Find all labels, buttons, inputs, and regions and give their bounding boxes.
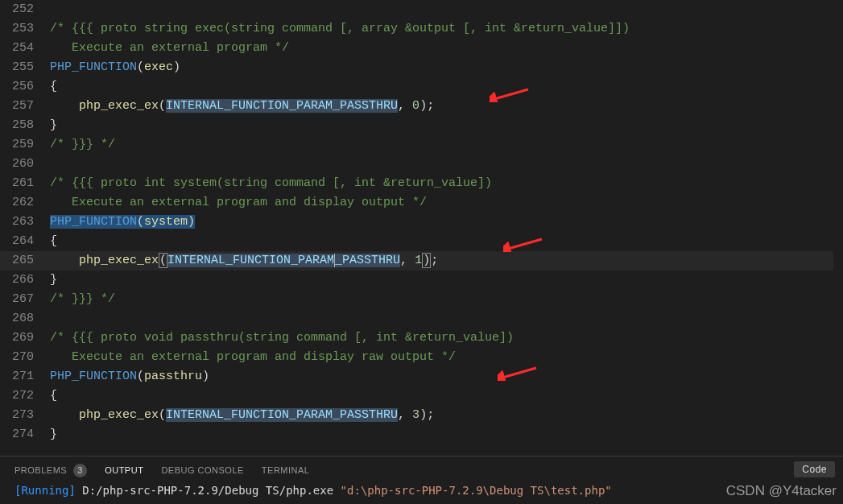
code-line[interactable]: 256{ — [0, 77, 843, 97]
code-content: /* }}} */ — [50, 135, 843, 155]
tab-terminal[interactable]: TERMINAL — [262, 465, 310, 475]
tab-output[interactable]: OUTPUT — [105, 465, 143, 475]
minimap[interactable] — [833, 0, 843, 456]
code-content: { — [50, 232, 843, 251]
code-content: } — [50, 425, 843, 444]
arrow-annotation-icon — [503, 236, 543, 252]
script-arg: "d:\php-src-PHP-7.2.9\Debug_TS\test.php" — [341, 484, 612, 497]
line-number: 256 — [0, 77, 50, 97]
running-tag: [Running] — [14, 484, 82, 497]
line-number: 257 — [0, 97, 50, 116]
code-content: /* {{{ proto void passthru(string comman… — [50, 328, 843, 348]
code-content: PHP_FUNCTION(exec) — [50, 58, 843, 77]
output-channel-chip[interactable]: Code — [794, 461, 835, 477]
code-line[interactable]: 258} — [0, 116, 843, 135]
code-content — [50, 155, 843, 174]
code-content: /* {{{ proto string exec(string command … — [50, 19, 843, 39]
code-line[interactable]: 254 Execute an external program */ — [0, 39, 843, 58]
arrow-annotation-icon — [498, 365, 538, 381]
line-number: 265 — [0, 251, 50, 271]
code-line[interactable]: 257 php_exec_ex(INTERNAL_FUNCTION_PARAM_… — [0, 97, 843, 116]
watermark: CSDN @Y4tacker — [726, 483, 837, 499]
code-content: } — [50, 116, 843, 135]
code-content: { — [50, 386, 843, 406]
line-number: 259 — [0, 135, 50, 155]
code-line[interactable]: 262 Execute an external program and disp… — [0, 193, 843, 213]
line-number: 261 — [0, 174, 50, 193]
code-line[interactable]: 259/* }}} */ — [0, 135, 843, 155]
code-content: } — [50, 271, 843, 290]
code-line[interactable]: 261/* {{{ proto int system(string comman… — [0, 174, 843, 193]
code-content: php_exec_ex(INTERNAL_FUNCTION_PARAM_PASS… — [50, 406, 843, 425]
line-number: 270 — [0, 348, 50, 367]
tab-problems[interactable]: PROBLEMS 3 — [14, 464, 87, 477]
code-line[interactable]: 255PHP_FUNCTION(exec) — [0, 58, 843, 77]
code-line[interactable]: 265 php_exec_ex(INTERNAL_FUNCTION_PARAM_… — [0, 251, 843, 271]
output-content[interactable]: [Running] D:/php-src-PHP-7.2.9/Debug_TS/… — [0, 484, 843, 497]
tab-problems-label: PROBLEMS — [14, 465, 67, 475]
code-content: { — [50, 77, 843, 97]
line-number: 271 — [0, 367, 50, 386]
svg-line-3 — [508, 239, 542, 249]
code-content: Execute an external program and display … — [50, 348, 843, 367]
line-number: 267 — [0, 290, 50, 309]
code-line[interactable]: 263PHP_FUNCTION(system) — [0, 213, 843, 232]
code-line[interactable]: 274} — [0, 425, 843, 444]
code-content: php_exec_ex(INTERNAL_FUNCTION_PARAM_PASS… — [50, 251, 843, 271]
code-content: Execute an external program */ — [50, 39, 843, 58]
code-line[interactable]: 252 — [0, 0, 843, 19]
line-number: 254 — [0, 39, 50, 58]
code-line[interactable]: 260 — [0, 155, 843, 174]
code-line[interactable]: 268 — [0, 309, 843, 328]
code-line[interactable]: 266} — [0, 271, 843, 290]
code-content: /* {{{ proto int system(string command [… — [50, 174, 843, 193]
panel-tabs: PROBLEMS 3 OUTPUT DEBUG CONSOLE TERMINAL… — [0, 456, 843, 484]
line-number: 255 — [0, 58, 50, 77]
line-number: 252 — [0, 0, 50, 19]
tab-debug-console[interactable]: DEBUG CONSOLE — [161, 465, 243, 475]
code-content: /* }}} */ — [50, 290, 843, 309]
code-line[interactable]: 253/* {{{ proto string exec(string comma… — [0, 19, 843, 39]
code-content: PHP_FUNCTION(system) — [50, 213, 843, 232]
line-number: 266 — [0, 271, 50, 290]
line-number: 262 — [0, 193, 50, 213]
line-number: 258 — [0, 116, 50, 135]
line-number: 268 — [0, 309, 50, 328]
bottom-panel: PROBLEMS 3 OUTPUT DEBUG CONSOLE TERMINAL… — [0, 456, 843, 504]
code-editor[interactable]: 252253/* {{{ proto string exec(string co… — [0, 0, 843, 456]
line-number: 253 — [0, 19, 50, 39]
line-number: 269 — [0, 328, 50, 348]
code-content — [50, 309, 843, 328]
code-line[interactable]: 270 Execute an external program and disp… — [0, 348, 843, 367]
code-content: php_exec_ex(INTERNAL_FUNCTION_PARAM_PASS… — [50, 97, 843, 116]
exe-path: D:/php-src-PHP-7.2.9/Debug_TS/php.exe — [82, 484, 340, 497]
code-line[interactable]: 272{ — [0, 386, 843, 406]
code-line[interactable]: 267/* }}} */ — [0, 290, 843, 309]
code-content: PHP_FUNCTION(passthru) — [50, 367, 843, 386]
code-content: Execute an external program and display … — [50, 193, 843, 213]
line-number: 260 — [0, 155, 50, 174]
code-line[interactable]: 269/* {{{ proto void passthru(string com… — [0, 328, 843, 348]
arrow-annotation-icon — [490, 86, 530, 102]
code-line[interactable]: 264{ — [0, 232, 843, 251]
line-number: 274 — [0, 425, 50, 444]
problems-badge: 3 — [73, 464, 87, 477]
code-line[interactable]: 273 php_exec_ex(INTERNAL_FUNCTION_PARAM_… — [0, 406, 843, 425]
line-number: 272 — [0, 386, 50, 406]
svg-line-1 — [494, 89, 528, 99]
line-number: 263 — [0, 213, 50, 232]
svg-line-5 — [502, 368, 536, 378]
line-number: 273 — [0, 406, 50, 425]
code-content — [50, 0, 843, 19]
code-line[interactable]: 271PHP_FUNCTION(passthru) — [0, 367, 843, 386]
line-number: 264 — [0, 232, 50, 251]
